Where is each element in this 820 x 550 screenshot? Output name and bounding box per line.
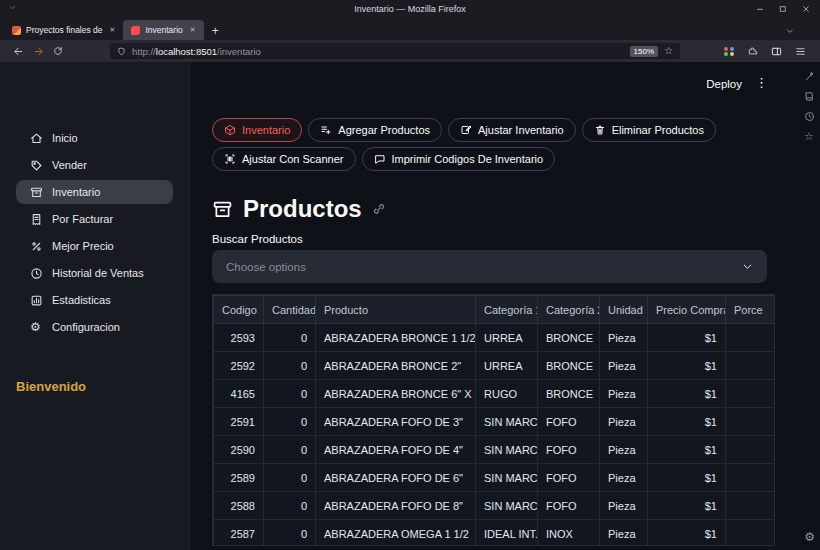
bookmarks-book-icon[interactable] xyxy=(804,91,815,102)
cell-porcentaje[interactable] xyxy=(726,324,776,352)
table-row[interactable]: 4165 0 ABRAZADERA BRONCE 6" X 1/2 RUGO B… xyxy=(214,380,776,408)
minimize-button[interactable] xyxy=(756,5,764,13)
cell-categoria2[interactable]: BRONCE xyxy=(538,352,600,380)
cell-categoria1[interactable]: RUGO xyxy=(476,380,538,408)
cell-categoria2[interactable]: FOFO xyxy=(538,464,600,492)
titlebar-chevron-icon[interactable] xyxy=(9,4,16,11)
extensions-icon[interactable] xyxy=(748,46,758,56)
cell-unidad[interactable]: Pieza xyxy=(600,492,648,520)
table-row[interactable]: 2587 0 ABRAZADERA OMEGA 1 1/2 IDEAL INT.… xyxy=(214,520,776,547)
cell-producto[interactable]: ABRAZADERA FOFO DE 3" xyxy=(316,408,476,436)
cell-categoria1[interactable]: URREA xyxy=(476,324,538,352)
cell-porcentaje[interactable] xyxy=(726,436,776,464)
col-precio-compra[interactable]: Precio Compra xyxy=(648,296,726,324)
col-categoria1[interactable]: Categoría 1 xyxy=(476,296,538,324)
table-row[interactable]: 2590 0 ABRAZADERA FOFO DE 4" SIN MARCA F… xyxy=(214,436,776,464)
bookmark-star-icon[interactable]: ☆ xyxy=(664,46,673,56)
pill-agregar-productos[interactable]: Agregar Productos xyxy=(308,118,442,142)
cell-unidad[interactable]: Pieza xyxy=(600,436,648,464)
pill-eliminar-productos[interactable]: Eliminar Productos xyxy=(582,118,716,142)
cell-categoria2[interactable]: INOX xyxy=(538,520,600,547)
cell-categoria2[interactable]: FOFO xyxy=(538,492,600,520)
cell-precio-compra[interactable]: $1 xyxy=(648,324,726,352)
account-avatar-icon[interactable] xyxy=(724,47,735,56)
cell-producto[interactable]: ABRAZADERA FOFO DE 4" xyxy=(316,436,476,464)
pill-imprimir-codigos[interactable]: Imprimir Codigos De Inventario xyxy=(362,147,556,171)
cell-codigo[interactable]: 2593 xyxy=(214,324,264,352)
cell-precio-compra[interactable]: $1 xyxy=(648,492,726,520)
sidebar-toggle-icon[interactable] xyxy=(771,46,782,57)
table-row[interactable]: 2592 0 ABRAZADERA BRONCE 2" URREA BRONCE… xyxy=(214,352,776,380)
col-producto[interactable]: Producto xyxy=(316,296,476,324)
cell-unidad[interactable]: Pieza xyxy=(600,408,648,436)
cell-categoria1[interactable]: SIN MARCA xyxy=(476,408,538,436)
deploy-button[interactable]: Deploy xyxy=(706,78,742,90)
search-multiselect[interactable]: Choose options xyxy=(212,250,767,283)
shield-icon[interactable] xyxy=(117,47,126,56)
cell-porcentaje[interactable] xyxy=(726,492,776,520)
cell-producto[interactable]: ABRAZADERA BRONCE 2" xyxy=(316,352,476,380)
col-codigo[interactable]: Codigo xyxy=(214,296,264,324)
tab-close-icon[interactable]: ✕ xyxy=(110,26,116,34)
cell-producto[interactable]: ABRAZADERA FOFO DE 6" xyxy=(316,464,476,492)
sidebar-item-historial[interactable]: Historial de Ventas xyxy=(16,261,173,285)
sidebar-item-estadisticas[interactable]: Estadisticas xyxy=(16,288,173,312)
cell-precio-compra[interactable]: $1 xyxy=(648,436,726,464)
zoom-level-badge[interactable]: 150% xyxy=(630,46,658,57)
cell-porcentaje[interactable] xyxy=(726,352,776,380)
cell-codigo[interactable]: 2591 xyxy=(214,408,264,436)
cell-categoria2[interactable]: FOFO xyxy=(538,436,600,464)
cell-codigo[interactable]: 2589 xyxy=(214,464,264,492)
new-tab-button[interactable]: + xyxy=(212,25,219,37)
settings-gear-icon[interactable]: ⚙ xyxy=(804,530,815,544)
star-icon[interactable]: ☆ xyxy=(804,131,814,142)
cell-categoria1[interactable]: URREA xyxy=(476,352,538,380)
cell-cantidad[interactable]: 0 xyxy=(264,436,316,464)
tab-proyectos[interactable]: Proyectos finales de ✕ xyxy=(4,20,123,40)
pill-ajustar-con-scanner[interactable]: Ajustar Con Scanner xyxy=(212,147,356,171)
cell-cantidad[interactable]: 0 xyxy=(264,492,316,520)
table-row[interactable]: 2589 0 ABRAZADERA FOFO DE 6" SIN MARCA F… xyxy=(214,464,776,492)
wand-tools-icon[interactable] xyxy=(804,71,815,82)
anchor-link-icon[interactable] xyxy=(372,202,386,216)
col-cantidad[interactable]: Cantidad xyxy=(264,296,316,324)
cell-codigo[interactable]: 4165 xyxy=(214,380,264,408)
cell-producto[interactable]: ABRAZADERA FOFO DE 8" xyxy=(316,492,476,520)
cell-unidad[interactable]: Pieza xyxy=(600,520,648,547)
list-tabs-chevron-icon[interactable] xyxy=(786,27,794,35)
cell-categoria2[interactable]: BRONCE xyxy=(538,324,600,352)
app-menu-kebab-icon[interactable]: ⋮ xyxy=(755,75,768,90)
back-button[interactable] xyxy=(8,46,28,57)
cell-cantidad[interactable]: 0 xyxy=(264,408,316,436)
cell-codigo[interactable]: 2590 xyxy=(214,436,264,464)
table-row[interactable]: 2588 0 ABRAZADERA FOFO DE 8" SIN MARCA F… xyxy=(214,492,776,520)
cell-categoria2[interactable]: BRONCE xyxy=(538,380,600,408)
sidebar-item-vender[interactable]: Vender xyxy=(16,153,173,177)
cell-precio-compra[interactable]: $1 xyxy=(648,464,726,492)
cell-porcentaje[interactable] xyxy=(726,464,776,492)
products-table[interactable]: Codigo Cantidad Producto Categoría 1 Cat… xyxy=(212,294,775,546)
cell-producto[interactable]: ABRAZADERA BRONCE 1 1/2" xyxy=(316,324,476,352)
col-unidad[interactable]: Unidad xyxy=(600,296,648,324)
cell-cantidad[interactable]: 0 xyxy=(264,520,316,547)
menu-hamburger-icon[interactable] xyxy=(795,46,806,57)
forward-button[interactable] xyxy=(28,46,48,57)
cell-porcentaje[interactable] xyxy=(726,380,776,408)
pill-inventario[interactable]: Inventario xyxy=(212,118,302,142)
pill-ajustar-inventario[interactable]: Ajustar Inventario xyxy=(448,118,576,142)
cell-precio-compra[interactable]: $1 xyxy=(648,520,726,547)
cell-cantidad[interactable]: 0 xyxy=(264,380,316,408)
sidebar-item-configuracion[interactable]: ⚙ Configuracion xyxy=(16,315,173,339)
cell-codigo[interactable]: 2587 xyxy=(214,520,264,547)
cell-porcentaje[interactable] xyxy=(726,520,776,547)
cell-categoria1[interactable]: SIN MARCA xyxy=(476,436,538,464)
tab-inventario[interactable]: Inventario ✕ xyxy=(123,20,203,40)
col-porcentaje[interactable]: Porce xyxy=(726,296,776,324)
tab-close-icon[interactable]: ✕ xyxy=(190,26,196,34)
col-categoria2[interactable]: Categoría 2 xyxy=(538,296,600,324)
window-titlebar[interactable]: Inventario — Mozilla Firefox xyxy=(0,0,820,17)
cell-categoria1[interactable]: SIN MARCA xyxy=(476,464,538,492)
sidebar-item-inventario[interactable]: Inventario xyxy=(16,180,173,204)
cell-categoria2[interactable]: FOFO xyxy=(538,408,600,436)
cell-unidad[interactable]: Pieza xyxy=(600,464,648,492)
